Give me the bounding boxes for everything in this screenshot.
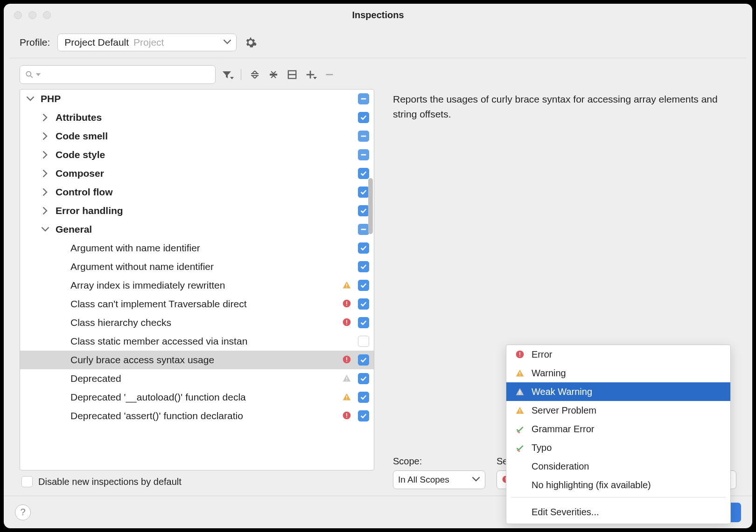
svg-rect-31 — [519, 356, 520, 357]
svg-rect-11 — [346, 301, 347, 304]
tree-label: Control flow — [56, 187, 112, 198]
search-input[interactable] — [20, 65, 216, 84]
severity-option[interactable]: Consideration — [506, 457, 730, 476]
checkbox[interactable] — [358, 149, 369, 160]
zoom-icon[interactable] — [43, 11, 51, 19]
checkbox[interactable] — [358, 168, 369, 179]
tree-leaf-label: Deprecated '__autoload()' function decla — [70, 392, 246, 403]
tree-node-group[interactable]: Composer — [20, 164, 374, 183]
error-icon — [342, 318, 352, 328]
checkbox[interactable] — [358, 373, 369, 384]
profile-selector[interactable]: Project Default Project — [57, 34, 237, 51]
svg-rect-15 — [346, 324, 347, 325]
scrollbar-thumb[interactable] — [368, 178, 373, 234]
chevron-down-icon — [223, 39, 231, 46]
grammar-icon — [515, 442, 525, 453]
severity-option[interactable]: Server Problem — [506, 401, 730, 420]
tree-leaf[interactable]: Argument without name identifier — [20, 257, 374, 276]
tree-leaf[interactable]: Class hierarchy checks — [20, 313, 374, 332]
tree-leaf[interactable]: Curly brace access syntax usage — [20, 351, 374, 369]
severity-option[interactable]: Warning — [506, 364, 730, 382]
left-column: PHPAttributesCode smellCode styleCompose… — [20, 65, 374, 489]
checkbox[interactable] — [358, 261, 369, 272]
checkbox[interactable] — [358, 336, 369, 347]
checkbox[interactable] — [358, 392, 369, 403]
remove-button[interactable] — [322, 68, 336, 82]
close-icon[interactable] — [14, 11, 22, 19]
svg-rect-33 — [519, 375, 520, 376]
tree-leaf-label: Curly brace access syntax usage — [70, 354, 214, 366]
svg-rect-8 — [346, 284, 347, 286]
tree-leaf[interactable]: Deprecated 'assert()' function declarati… — [20, 407, 374, 425]
tree-node-php[interactable]: PHP — [20, 90, 374, 108]
tree-leaf[interactable]: Array index is immediately rewritten — [20, 276, 374, 295]
svg-rect-12 — [346, 305, 347, 306]
add-button[interactable] — [304, 68, 318, 82]
checkbox[interactable] — [358, 205, 369, 216]
edit-severities-option[interactable]: Edit Severities... — [506, 500, 730, 524]
checkbox[interactable] — [358, 131, 369, 142]
reset-button[interactable] — [285, 68, 299, 82]
expand-all-button[interactable] — [248, 68, 262, 82]
svg-rect-36 — [519, 409, 520, 412]
severity-option[interactable]: No highlighting (fix available) — [506, 476, 730, 494]
checkbox[interactable] — [358, 242, 369, 254]
tree-leaf-label: Class can't implement Traversable direct — [70, 298, 247, 310]
minimize-icon[interactable] — [28, 11, 36, 19]
checkbox[interactable] — [358, 187, 369, 198]
tree-node-group[interactable]: Control flow — [20, 183, 374, 201]
help-button[interactable]: ? — [15, 504, 31, 520]
severity-option[interactable]: Grammar Error — [506, 420, 730, 438]
disable-new-inspections-label: Disable new inspections by default — [38, 477, 182, 487]
chevron-right-icon — [41, 206, 50, 215]
checkbox[interactable] — [358, 410, 369, 421]
error-icon — [342, 355, 352, 365]
profile-gear-button[interactable] — [244, 36, 257, 49]
tree-leaf[interactable]: Class can't implement Traversable direct — [20, 295, 374, 313]
severity-option[interactable]: Typo — [506, 438, 730, 457]
tree-node-group[interactable]: Attributes — [20, 108, 374, 127]
tree-label: PHP — [41, 93, 61, 104]
svg-rect-32 — [519, 372, 520, 374]
checkbox[interactable] — [358, 354, 369, 366]
chevron-right-icon — [41, 131, 50, 141]
tree-leaf-label: Deprecated 'assert()' function declarati… — [70, 410, 243, 421]
tree-leaf[interactable]: Class static member accessed via instan — [20, 332, 374, 351]
tree-leaf[interactable]: Deprecated — [20, 369, 374, 388]
svg-rect-24 — [346, 413, 347, 416]
tree-node-group[interactable]: Code smell — [20, 127, 374, 145]
warning-icon — [342, 392, 352, 402]
tree-label: Composer — [56, 168, 104, 179]
scope-selector[interactable]: In All Scopes — [393, 470, 485, 489]
checkbox[interactable] — [358, 317, 369, 328]
tree-leaf[interactable]: Argument with name identifier — [20, 239, 374, 257]
error-icon — [342, 299, 352, 309]
titlebar: Inspections — [4, 4, 752, 26]
severity-option-label: Warning — [532, 368, 566, 379]
search-field[interactable] — [42, 70, 210, 80]
severity-option[interactable]: Error — [506, 345, 730, 364]
disable-new-inspections-checkbox[interactable] — [21, 476, 33, 487]
collapse-all-button[interactable] — [266, 68, 280, 82]
svg-rect-34 — [519, 391, 520, 393]
checkbox[interactable] — [358, 112, 369, 123]
checkbox[interactable] — [358, 93, 369, 104]
inspections-tree[interactable]: PHPAttributesCode smellCode styleCompose… — [20, 89, 374, 470]
weak-icon — [515, 387, 525, 397]
severity-option[interactable]: Weak Warning — [506, 382, 730, 401]
tree-node-group[interactable]: Error handling — [20, 201, 374, 220]
tree-leaf-label: Argument with name identifier — [70, 242, 200, 254]
tree-node-general[interactable]: General — [20, 220, 374, 239]
tree-leaf[interactable]: Deprecated '__autoload()' function decla — [20, 388, 374, 407]
chevron-right-icon — [41, 150, 50, 159]
error-icon — [342, 411, 352, 421]
tree-label: Code style — [56, 149, 105, 160]
tree-node-group[interactable]: Code style — [20, 145, 374, 164]
filter-button[interactable] — [220, 68, 234, 82]
checkbox[interactable] — [358, 298, 369, 310]
checkbox[interactable] — [358, 224, 369, 235]
checkbox[interactable] — [358, 280, 369, 291]
severity-option-label: No highlighting (fix available) — [532, 480, 651, 491]
profile-label: Profile: — [20, 37, 50, 48]
warning-icon — [515, 405, 525, 415]
